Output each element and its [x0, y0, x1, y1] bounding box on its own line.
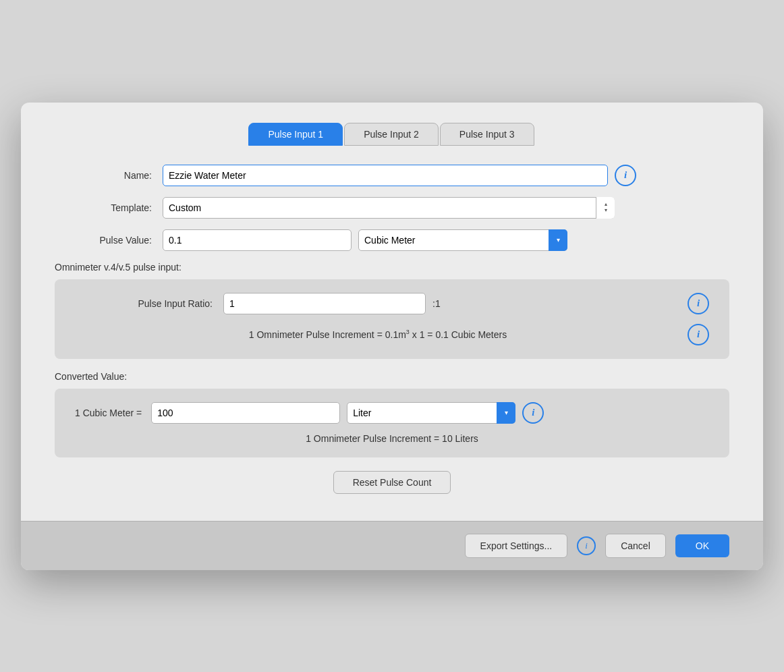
increment-row: 1 Omnimeter Pulse Increment = 0.1m3 x 1 …: [75, 324, 709, 345]
name-row: Name: i: [55, 165, 729, 186]
pulse-unit-select[interactable]: Cubic Meter: [358, 229, 567, 251]
converted-value-row: 1 Cubic Meter = Liter ▾ i: [75, 402, 709, 424]
template-select[interactable]: Custom: [163, 197, 615, 219]
tab-pulse-input-3[interactable]: Pulse Input 3: [440, 123, 534, 146]
pulse-value-input[interactable]: [163, 229, 352, 251]
omnimeter-section-label: Omnimeter v.4/v.5 pulse input:: [55, 262, 729, 273]
increment-info-button[interactable]: i: [688, 324, 709, 345]
pulse-input-ratio-label: Pulse Input Ratio:: [75, 298, 223, 309]
omnimeter-increment-text: 1 Omnimeter Pulse Increment = 0.1m3 x 1 …: [75, 329, 681, 340]
name-info-button[interactable]: i: [615, 165, 636, 186]
reset-section: Reset Pulse Count: [55, 471, 729, 494]
name-label: Name:: [55, 170, 163, 181]
reset-pulse-count-button[interactable]: Reset Pulse Count: [333, 471, 451, 494]
liter-unit-select[interactable]: Liter: [347, 402, 515, 424]
converted-info-button[interactable]: i: [522, 402, 544, 424]
omnimeter-section-box: Pulse Input Ratio: :1 i 1 Omnimeter Puls…: [55, 279, 729, 359]
tab-pulse-input-2[interactable]: Pulse Input 2: [344, 123, 439, 146]
converted-section-box: 1 Cubic Meter = Liter ▾ i 1 Omnimeter Pu…: [55, 389, 729, 457]
pulse-input-ratio-row: Pulse Input Ratio: :1 i: [75, 293, 709, 314]
main-dialog: Pulse Input 1 Pulse Input 2 Pulse Input …: [21, 103, 763, 570]
tab-bar: Pulse Input 1 Pulse Input 2 Pulse Input …: [55, 123, 729, 146]
dialog-footer: Export Settings... i Cancel OK: [21, 521, 763, 570]
pulse-unit-select-wrapper: Cubic Meter ▾: [358, 229, 567, 251]
template-row: Template: Custom ▴ ▾: [55, 197, 729, 219]
template-label: Template:: [55, 202, 163, 213]
liter-select-wrapper: Liter ▾: [347, 402, 515, 424]
pulse-value-row: Pulse Value: Cubic Meter ▾: [55, 229, 729, 251]
cubic-meter-eq-label: 1 Cubic Meter =: [75, 408, 142, 418]
pulse-input-ratio-input[interactable]: [223, 293, 426, 314]
tab-pulse-input-1[interactable]: Pulse Input 1: [248, 123, 343, 146]
footer-info-button[interactable]: i: [577, 536, 596, 555]
dialog-body: Pulse Input 1 Pulse Input 2 Pulse Input …: [21, 103, 763, 521]
converted-section-label: Converted Value:: [55, 371, 729, 382]
name-input[interactable]: [163, 165, 608, 186]
converted-increment-text: 1 Omnimeter Pulse Increment = 10 Liters: [75, 433, 709, 444]
ok-button[interactable]: OK: [675, 534, 729, 557]
pulse-ratio-info-button[interactable]: i: [688, 293, 709, 314]
export-settings-button[interactable]: Export Settings...: [465, 534, 568, 558]
colon-one-label: :1: [432, 298, 441, 309]
template-select-wrapper: Custom ▴ ▾: [163, 197, 615, 219]
cubic-meter-value-input[interactable]: [151, 402, 340, 424]
pulse-value-label: Pulse Value:: [55, 235, 163, 246]
cancel-button[interactable]: Cancel: [605, 534, 666, 558]
